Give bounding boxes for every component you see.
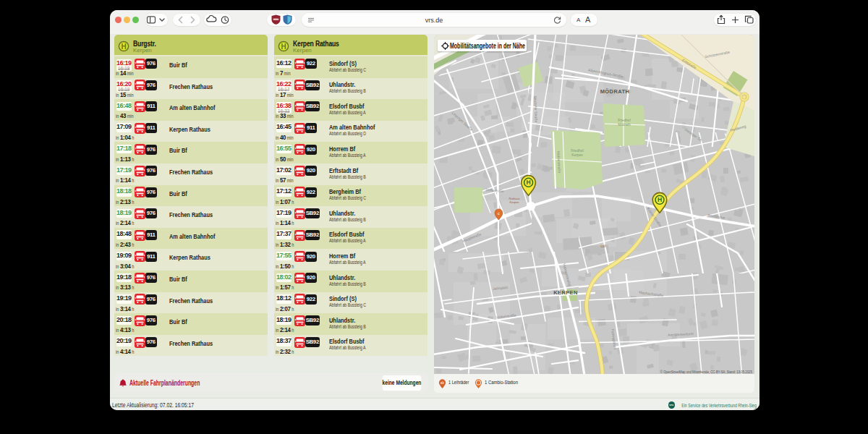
svg-text:Kerpen: Kerpen [510, 200, 519, 204]
svg-text:Friedhof: Friedhof [571, 149, 584, 153]
svg-text:MÖDRATH: MÖDRATH [600, 88, 630, 95]
svg-text:H: H [658, 196, 662, 203]
svg-text:Lidl: Lidl [600, 244, 605, 248]
svg-text:Mödrath: Mödrath [618, 123, 631, 127]
svg-text:Kerpen: Kerpen [571, 153, 583, 157]
svg-text:H: H [526, 179, 530, 186]
svg-text:ab: ab [441, 381, 445, 385]
svg-text:Friedhof: Friedhof [618, 119, 631, 122]
svg-text:KERPEN: KERPEN [553, 289, 578, 296]
svg-text:H: H [121, 42, 126, 50]
svg-text:H: H [281, 42, 286, 50]
